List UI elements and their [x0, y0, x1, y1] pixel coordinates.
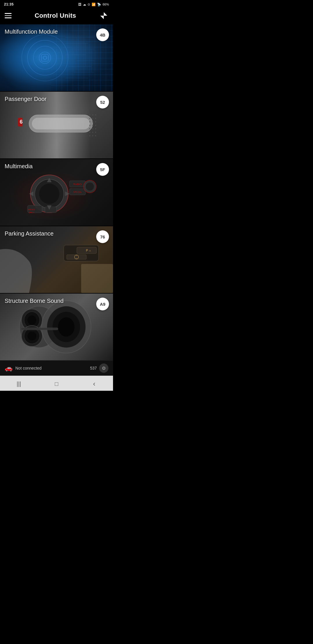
svg-point-39: [89, 135, 90, 136]
svg-rect-6: [41, 54, 48, 61]
card-badge-multifunction: 4B: [96, 28, 109, 41]
card-passenger-door[interactable]: 6 Passenger Door 52: [0, 92, 113, 158]
svg-rect-20: [32, 118, 90, 129]
svg-point-24: [89, 118, 90, 119]
svg-point-38: [95, 132, 96, 133]
svg-point-27: [89, 121, 90, 122]
svg-point-7: [43, 56, 47, 59]
svg-text:/A: /A: [89, 250, 91, 252]
svg-point-22: [92, 114, 93, 115]
back-icon: ‹: [93, 380, 95, 388]
signal-icon: 📡: [97, 3, 101, 6]
svg-point-33: [89, 128, 90, 129]
back-button[interactable]: ‹: [85, 379, 103, 389]
svg-point-41: [95, 135, 96, 136]
svg-point-2: [22, 35, 68, 81]
card-badge-parking: 76: [96, 230, 109, 243]
svg-rect-82: [21, 328, 58, 330]
card-multimedia[interactable]: MENU BACK RADIO MEDIA Multimedia 5F: [0, 159, 113, 226]
svg-point-37: [92, 132, 93, 133]
home-icon: □: [55, 381, 58, 387]
settings-button[interactable]: ⚙: [99, 363, 108, 373]
svg-point-30: [89, 125, 90, 126]
svg-point-5: [39, 52, 51, 64]
svg-text:RADIO: RADIO: [73, 183, 82, 186]
card-label-passenger: Passenger Door: [5, 96, 47, 102]
svg-point-26: [95, 118, 96, 119]
bottom-status-bar: 🚗 Not connected 537 ⚙: [0, 360, 113, 376]
svg-point-31: [92, 125, 93, 126]
card-badge-structure: A9: [96, 298, 109, 310]
page-title: Control Units: [34, 12, 76, 19]
cards-list: Multifunction Module 4B: [0, 24, 113, 360]
photo-icon: 🖼: [78, 3, 81, 6]
svg-point-29: [95, 121, 96, 122]
sync-icon: ⊙: [88, 3, 90, 6]
card-label-parking: Parking Assistance: [5, 230, 54, 237]
svg-point-34: [92, 128, 93, 129]
version-number: 537: [90, 366, 97, 370]
svg-point-3: [28, 40, 62, 75]
svg-point-32: [95, 125, 96, 126]
svg-point-46: [39, 184, 59, 204]
sort-button[interactable]: [99, 11, 108, 20]
wifi-icon: 📶: [92, 3, 96, 6]
svg-point-28: [92, 121, 93, 122]
svg-rect-49: [45, 207, 57, 213]
svg-point-21: [89, 114, 90, 115]
svg-text:BACK: BACK: [28, 211, 34, 214]
svg-point-57: [86, 182, 94, 191]
header: Control Units: [0, 8, 113, 24]
recent-apps-button[interactable]: |||: [10, 379, 28, 389]
svg-rect-70: [81, 264, 113, 293]
status-time: 21:35: [4, 2, 14, 6]
svg-text:P: P: [86, 249, 88, 252]
home-button[interactable]: □: [48, 379, 65, 389]
svg-point-25: [92, 118, 93, 119]
svg-point-35: [95, 128, 96, 129]
card-structure-borne-sound[interactable]: Structure Borne Sound A9: [0, 294, 113, 360]
card-label-multimedia: Multimedia: [5, 163, 33, 170]
svg-point-74: [28, 315, 36, 325]
svg-point-77: [28, 332, 36, 340]
svg-text:MENU: MENU: [28, 208, 35, 211]
svg-marker-1: [100, 16, 104, 19]
card-badge-passenger: 52: [96, 96, 109, 108]
card-label-multifunction: Multifunction Module: [5, 28, 58, 35]
hamburger-menu[interactable]: [5, 13, 12, 18]
svg-point-81: [58, 317, 74, 337]
card-parking-assistance[interactable]: P /A Parking Assistance 76: [0, 226, 113, 293]
status-icons: 🖼 ☁ ⊙ 📶 📡 66%: [78, 3, 109, 6]
recent-apps-icon: |||: [17, 381, 21, 387]
card-label-structure: Structure Borne Sound: [5, 298, 63, 304]
battery-icon: 66%: [103, 3, 109, 6]
car-icon: 🚗: [5, 364, 12, 372]
svg-point-23: [95, 114, 96, 115]
card-multifunction-module[interactable]: Multifunction Module 4B: [0, 24, 113, 91]
status-bar: 21:35 🖼 ☁ ⊙ 📶 📡 66%: [0, 0, 113, 8]
settings-icon: ⚙: [102, 366, 106, 371]
svg-marker-0: [104, 12, 107, 16]
svg-point-40: [92, 135, 93, 136]
svg-text:6: 6: [20, 119, 23, 125]
svg-text:MEDIA: MEDIA: [73, 191, 82, 193]
navigation-bar: ||| □ ‹: [0, 376, 113, 391]
svg-point-36: [89, 132, 90, 133]
connection-status: Not connected: [15, 366, 41, 370]
svg-point-4: [33, 46, 57, 69]
cloud-icon: ☁: [83, 3, 86, 6]
card-badge-multimedia: 5F: [96, 163, 109, 176]
